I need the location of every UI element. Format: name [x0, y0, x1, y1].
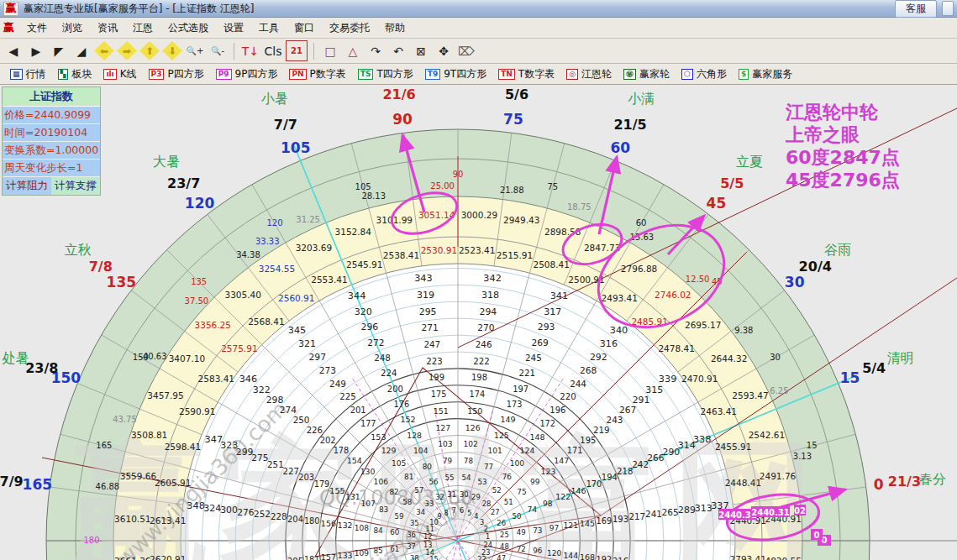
menu-item-6[interactable]: 工具: [251, 19, 287, 36]
svg-text:131: 131: [345, 492, 360, 501]
svg-text:36: 36: [407, 531, 416, 539]
svg-text:133: 133: [338, 551, 353, 560]
ribbon-item-winner-service[interactable]: $赢家服务: [734, 65, 797, 83]
svg-text:37: 37: [407, 542, 416, 551]
svg-text:24: 24: [483, 541, 492, 549]
menu-item-2[interactable]: 资讯: [90, 19, 125, 36]
menu-item-0[interactable]: 文件: [19, 19, 55, 36]
svg-text:245: 245: [525, 353, 542, 363]
menu-item-1[interactable]: 浏览: [55, 19, 90, 36]
menu-item-9[interactable]: 帮助: [377, 19, 413, 36]
menu-item-4[interactable]: 公式选股: [160, 19, 216, 36]
toolbar: ◀▶◤◢⬅➡⬆⬇🔍+🔍-T↓Cls21□△↷↶⊠✥⌦: [0, 39, 957, 64]
svg-text:341: 341: [550, 290, 569, 301]
svg-text:0: 0: [814, 531, 820, 540]
svg-text:292: 292: [590, 352, 607, 363]
ribbon-item-gann-wheel[interactable]: ◎江恩轮: [561, 65, 617, 83]
ribbon-item-quotes[interactable]: ▦行情: [5, 65, 51, 83]
diamond-up-icon[interactable]: ⬆: [139, 41, 160, 60]
calendar-icon[interactable]: 21: [286, 40, 308, 61]
svg-text:313: 313: [695, 503, 712, 514]
svg-text:7: 7: [452, 506, 456, 515]
up-icon[interactable]: ◤: [49, 41, 69, 60]
diamond-down-icon[interactable]: ⬇: [162, 41, 182, 60]
svg-text:204: 204: [287, 515, 303, 524]
svg-text:2440.31: 2440.31: [751, 508, 790, 517]
svg-text:192: 192: [597, 555, 613, 560]
t-scale-icon[interactable]: T↓: [240, 41, 260, 60]
zoom-out-icon[interactable]: 🔍-: [208, 41, 228, 60]
ribbon-item-winner-wheel[interactable]: ㊙赢家轮: [618, 65, 675, 83]
svg-text:2583.41: 2583.41: [198, 374, 234, 384]
ribbon-item-t-table[interactable]: TNT数字表: [493, 65, 560, 83]
down-icon[interactable]: ◢: [71, 41, 92, 60]
fit-icon[interactable]: ⊠: [411, 41, 431, 60]
svg-text:193: 193: [613, 515, 628, 524]
svg-text:103: 103: [438, 440, 453, 448]
svg-text:343: 343: [414, 273, 433, 284]
customer-service-button[interactable]: 客服: [895, 0, 937, 18]
ribbon-item-kline[interactable]: ılıK线: [98, 65, 141, 83]
svg-text:154: 154: [347, 456, 362, 465]
forward-icon[interactable]: ▶: [26, 41, 46, 60]
ribbon-item-label: T四方形: [376, 67, 413, 81]
clear-icon[interactable]: ⌦: [456, 41, 476, 60]
svg-text:75: 75: [517, 488, 526, 496]
ribbon-item-p-table[interactable]: PNP数字表: [284, 65, 350, 83]
menu-item-3[interactable]: 江恩: [125, 19, 160, 36]
back-icon[interactable]: ◀: [3, 41, 24, 60]
svg-text:153: 153: [371, 432, 386, 442]
diamond-right-icon[interactable]: ➡: [117, 41, 137, 60]
svg-text:23/7: 23/7: [167, 175, 200, 191]
svg-text:34: 34: [416, 508, 425, 516]
svg-text:立夏: 立夏: [736, 154, 763, 170]
menu-item-8[interactable]: 交易委托: [322, 19, 377, 36]
rotate-cw-icon[interactable]: ↷: [365, 41, 386, 60]
hexagon-icon: ⬡: [681, 69, 693, 80]
square-tool-icon[interactable]: □: [320, 41, 340, 60]
svg-text:57: 57: [414, 486, 423, 495]
ribbon-item-9p-square[interactable]: P99P四方形: [211, 65, 283, 83]
svg-text:5/5: 5/5: [720, 175, 744, 191]
calc-resistance-button[interactable]: 计算阻力: [3, 177, 51, 195]
ribbon-bar: ▦行情▚板块ılıK线P3P四方形P99P四方形PNP数字表TST四方形T99T…: [0, 64, 957, 85]
ribbon-item-sectors[interactable]: ▚板块: [53, 65, 97, 83]
svg-text:348: 348: [187, 500, 205, 511]
ribbon-item-hexagon[interactable]: ⬡六角形: [676, 65, 732, 83]
svg-text:120: 120: [185, 195, 215, 212]
menu-item-5[interactable]: 设置: [216, 19, 251, 36]
svg-text:2478.41: 2478.41: [658, 343, 694, 353]
svg-text:246: 246: [476, 339, 492, 349]
calc-support-button[interactable]: 计算支撑: [51, 177, 100, 195]
svg-text:8: 8: [444, 509, 449, 517]
cut-button[interactable]: [942, 1, 954, 16]
rotate-ccw-icon[interactable]: ↶: [388, 41, 408, 60]
svg-text:173: 173: [507, 400, 523, 409]
diamond-left-icon[interactable]: ⬅: [94, 41, 114, 60]
svg-text:84: 84: [373, 526, 383, 535]
ribbon-item-p-square[interactable]: P3P四方形: [144, 65, 209, 83]
svg-text:151: 151: [434, 406, 449, 416]
triangle-tool-icon[interactable]: △: [343, 41, 363, 60]
svg-text:107: 107: [361, 500, 376, 508]
svg-text:135: 135: [191, 277, 207, 286]
svg-text:3610.51: 3610.51: [114, 514, 150, 524]
menu-item-7[interactable]: 窗口: [287, 19, 322, 36]
svg-text:2644.32: 2644.32: [711, 353, 747, 364]
cls-icon[interactable]: Cls: [263, 41, 283, 60]
svg-text:2463.41: 2463.41: [701, 406, 737, 416]
svg-text:127: 127: [435, 423, 450, 432]
svg-text:02: 02: [794, 506, 806, 516]
zoom-in-icon[interactable]: 🔍+: [185, 41, 205, 60]
svg-text:200: 200: [387, 385, 403, 394]
svg-text:49: 49: [517, 528, 526, 536]
svg-text:176: 176: [394, 400, 410, 409]
center-icon[interactable]: ✥: [434, 41, 454, 60]
svg-text:272: 272: [367, 338, 384, 348]
gann-wheel-chart[interactable]: 赢家财富网www.yingjia360.comwww.yingjia360.co…: [0, 85, 957, 560]
ribbon-item-9t-square[interactable]: T99T四方形: [420, 65, 492, 83]
svg-text:250: 250: [293, 415, 310, 425]
svg-text:2523.41: 2523.41: [459, 245, 495, 255]
svg-text:226: 226: [307, 426, 323, 435]
ribbon-item-t-square[interactable]: TST四方形: [353, 65, 418, 83]
